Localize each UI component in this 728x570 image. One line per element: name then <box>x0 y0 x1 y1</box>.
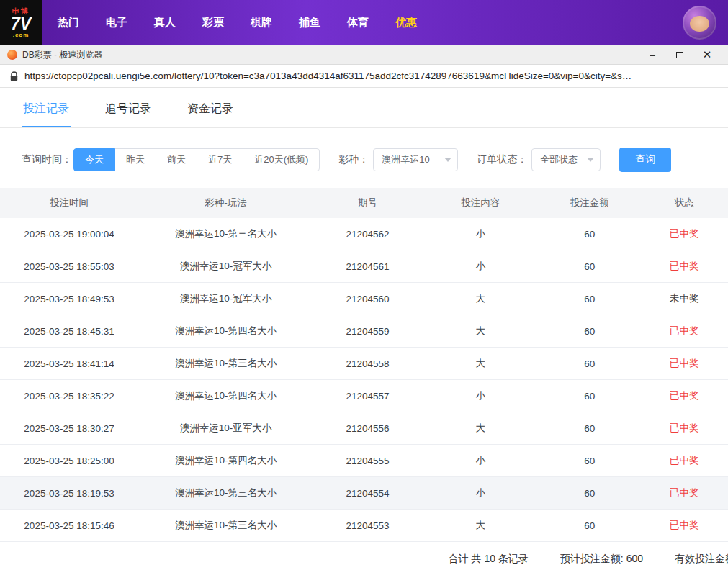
table-cell: 60 <box>539 380 641 412</box>
table-cell: 2025-03-25 19:00:04 <box>0 218 138 250</box>
tab-资金记录[interactable]: 资金记录 <box>186 88 235 127</box>
bet-record-table: 投注时间彩种-玩法期号投注内容投注金额状态 2025-03-25 19:00:0… <box>0 188 728 542</box>
logo-brand-top: 申博 <box>12 8 30 15</box>
table-cell: 2025-03-25 18:45:31 <box>0 315 138 348</box>
lock-icon <box>10 71 18 81</box>
time-filter-今天[interactable]: 今天 <box>73 148 115 171</box>
user-avatar[interactable] <box>683 6 716 40</box>
site-nav: 热门电子真人彩票棋牌捕鱼体育优惠 <box>58 16 417 30</box>
nav-item-热门[interactable]: 热门 <box>58 16 79 30</box>
time-filter-昨天[interactable]: 昨天 <box>114 148 156 171</box>
minimize-button[interactable]: – <box>639 45 666 65</box>
status-cell: 已中奖 <box>641 510 728 542</box>
table-cell: 60 <box>539 445 641 477</box>
table-cell: 60 <box>539 250 641 283</box>
time-filter-近20天(低频)[interactable]: 近20天(低频) <box>243 148 320 171</box>
table-row: 2025-03-25 18:25:00澳洲幸运10-第四名大小21204555小… <box>0 445 728 477</box>
table-row: 2025-03-25 18:49:53澳洲幸运10-冠军大小21204560大6… <box>0 283 728 315</box>
table-cell: 大 <box>422 315 539 348</box>
table-row: 2025-03-25 18:15:46澳洲幸运10-第三名大小21204553大… <box>0 510 728 542</box>
site-logo[interactable]: 申博 7V .com <box>0 0 42 45</box>
table-cell: 21204560 <box>313 283 423 315</box>
bet-table-body: 2025-03-25 19:00:04澳洲幸运10-第三名大小21204562小… <box>0 218 728 542</box>
table-cell: 澳洲幸运10-第三名大小 <box>138 510 313 542</box>
maximize-button[interactable] <box>666 45 693 65</box>
summary-bar: 合计 共 10 条记录 预计投注金额: 600 有效投注金额 <box>0 542 728 570</box>
table-cell: 2025-03-25 18:19:53 <box>0 477 138 510</box>
table-row: 2025-03-25 18:41:14澳洲幸运10-第三名大小21204558大… <box>0 348 728 380</box>
table-cell: 2025-03-25 18:41:14 <box>0 348 138 380</box>
url-input[interactable]: https://ctopcp02pcali.uengi5e.com/lotter… <box>24 71 632 81</box>
table-cell: 60 <box>539 348 641 380</box>
status-cell: 已中奖 <box>641 348 728 380</box>
column-header: 状态 <box>641 188 728 218</box>
nav-item-真人[interactable]: 真人 <box>154 16 176 30</box>
table-row: 2025-03-25 18:45:31澳洲幸运10-第四名大小21204559大… <box>0 315 728 348</box>
time-filter-label: 查询时间： <box>22 153 72 166</box>
table-cell: 60 <box>539 412 641 445</box>
table-cell: 澳洲幸运10-第四名大小 <box>138 315 313 348</box>
table-header-row: 投注时间彩种-玩法期号投注内容投注金额状态 <box>0 188 728 218</box>
tab-追号记录[interactable]: 追号记录 <box>104 88 153 127</box>
status-cell: 已中奖 <box>641 412 728 445</box>
status-cell: 已中奖 <box>641 250 728 283</box>
nav-item-捕鱼[interactable]: 捕鱼 <box>299 16 320 30</box>
table-cell: 澳洲幸运10-冠军大小 <box>138 283 313 315</box>
table-cell: 小 <box>422 477 539 510</box>
nav-item-棋牌[interactable]: 棋牌 <box>251 16 272 30</box>
table-cell: 21204554 <box>313 477 423 510</box>
table-row: 2025-03-25 18:30:27澳洲幸运10-亚军大小21204556大6… <box>0 412 728 445</box>
table-cell: 21204561 <box>313 250 423 283</box>
table-cell: 60 <box>539 477 641 510</box>
lottery-select[interactable]: 澳洲幸运10 <box>373 148 458 171</box>
table-cell: 2025-03-25 18:15:46 <box>0 510 138 542</box>
table-cell: 小 <box>422 218 539 250</box>
table-cell: 澳洲幸运10-第四名大小 <box>138 445 313 477</box>
browser-favicon-icon <box>7 50 17 60</box>
window-title: DB彩票 - 极速浏览器 <box>22 49 639 61</box>
table-cell: 60 <box>539 218 641 250</box>
table-cell: 2025-03-25 18:25:00 <box>0 445 138 477</box>
time-filter-group: 今天昨天前天近7天近20天(低频) <box>73 148 320 171</box>
table-cell: 21204553 <box>313 510 423 542</box>
column-header: 投注金额 <box>539 188 641 218</box>
nav-item-体育[interactable]: 体育 <box>347 16 369 30</box>
column-header: 投注时间 <box>0 188 138 218</box>
lottery-select-label: 彩种： <box>338 153 369 166</box>
filter-bar: 查询时间： 今天昨天前天近7天近20天(低频) 彩种： 澳洲幸运10 订单状态：… <box>0 148 728 172</box>
chevron-down-icon <box>587 158 594 162</box>
logo-brand-sub: .com <box>13 32 30 38</box>
query-button[interactable]: 查询 <box>619 148 671 172</box>
table-cell: 60 <box>539 283 641 315</box>
order-status-select[interactable]: 全部状态 <box>531 148 601 171</box>
nav-item-电子[interactable]: 电子 <box>106 16 127 30</box>
table-cell: 澳洲幸运10-冠军大小 <box>138 250 313 283</box>
time-filter-前天[interactable]: 前天 <box>156 148 197 171</box>
table-cell: 21204562 <box>313 218 423 250</box>
lottery-select-value: 澳洲幸运10 <box>382 153 429 166</box>
table-cell: 21204558 <box>313 348 423 380</box>
column-header: 彩种-玩法 <box>138 188 313 218</box>
status-cell: 已中奖 <box>641 477 728 510</box>
summary-valid-amount: 有效投注金额 <box>675 553 728 566</box>
table-cell: 澳洲幸运10-亚军大小 <box>138 412 313 445</box>
table-row: 2025-03-25 18:35:22澳洲幸运10-第四名大小21204557小… <box>0 380 728 412</box>
time-filter-近7天[interactable]: 近7天 <box>197 148 243 171</box>
table-cell: 21204557 <box>313 380 423 412</box>
table-cell: 2025-03-25 18:30:27 <box>0 412 138 445</box>
status-cell: 已中奖 <box>641 315 728 348</box>
table-cell: 大 <box>422 510 539 542</box>
table-cell: 小 <box>422 250 539 283</box>
tab-投注记录[interactable]: 投注记录 <box>22 88 71 127</box>
table-cell: 小 <box>422 445 539 477</box>
status-cell: 已中奖 <box>641 380 728 412</box>
browser-address-bar: https://ctopcp02pcali.uengi5e.com/lotter… <box>0 65 728 88</box>
maximize-icon <box>676 52 683 58</box>
table-row: 2025-03-25 19:00:04澳洲幸运10-第三名大小21204562小… <box>0 218 728 250</box>
table-cell: 大 <box>422 412 539 445</box>
close-button[interactable]: ✕ <box>693 45 721 65</box>
nav-item-优惠[interactable]: 优惠 <box>395 16 417 30</box>
logo-brand-main: 7V <box>11 16 31 32</box>
nav-item-彩票[interactable]: 彩票 <box>202 16 224 30</box>
table-row: 2025-03-25 18:55:03澳洲幸运10-冠军大小21204561小6… <box>0 250 728 283</box>
